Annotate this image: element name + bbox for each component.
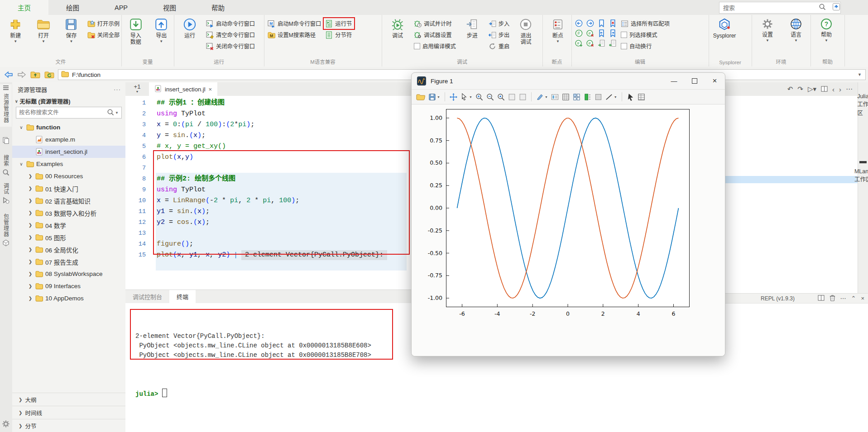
- tree-item-00 Resources[interactable]: ❯00 Resources: [12, 170, 125, 182]
- search-icon[interactable]: [107, 109, 114, 117]
- ribbon-button-设置[interactable]: 设置▼: [755, 17, 780, 43]
- ribbon-item-关闭命令行窗口[interactable]: 关闭命令行窗口: [206, 42, 255, 50]
- property-editor-icon[interactable]: [638, 93, 645, 101]
- hash-x2-c-icon[interactable]: #: [586, 39, 594, 47]
- legend-icon[interactable]: [551, 93, 559, 101]
- search-options-icon[interactable]: ▼: [115, 111, 119, 115]
- tree-item-09 Interfaces[interactable]: ❯09 Interfaces: [12, 280, 125, 292]
- ribbon-item-分节符[interactable]: 分节符: [325, 31, 352, 39]
- zoom-out-icon[interactable]: [486, 93, 494, 101]
- grid-icon[interactable]: [562, 93, 570, 101]
- explorer-section-分节[interactable]: ❯分节: [12, 419, 125, 432]
- tree-item-01 快速入门[interactable]: ❯01 快速入门: [12, 182, 125, 195]
- editor-action-split-icon[interactable]: [821, 85, 828, 93]
- ribbon-item-步出[interactable]: 步出: [489, 31, 510, 39]
- explorer-section-header[interactable]: ∨ 无标题 (资源管理器): [15, 97, 70, 105]
- package-icon[interactable]: [2, 239, 10, 247]
- editor-action-undo-icon[interactable]: ↶: [787, 85, 793, 93]
- arrow-left-c-icon[interactable]: [575, 19, 583, 27]
- explorer-search-input[interactable]: [16, 109, 107, 116]
- editor-tab-insert-section[interactable]: insert_section.jl ×: [149, 82, 217, 96]
- back-arrow-icon[interactable]: [4, 71, 13, 78]
- ribbon-tab-APP[interactable]: APP: [97, 0, 145, 15]
- save-icon[interactable]: ▼: [428, 93, 440, 101]
- ribbon-tab-视图[interactable]: 视图: [145, 0, 194, 15]
- tree-item-function[interactable]: ∨function: [12, 121, 125, 133]
- folder-up-icon[interactable]: [30, 71, 40, 79]
- editor-action-redo-icon[interactable]: ↷: [797, 85, 803, 93]
- tree-item-04 数学[interactable]: ❯04 数学: [12, 219, 125, 231]
- ribbon-button-导入数据[interactable]: 导入数据: [125, 17, 147, 45]
- doc-in-icon[interactable]: [598, 39, 605, 47]
- tab-terminal[interactable]: 终端: [169, 290, 196, 303]
- forward-arrow-icon[interactable]: [17, 71, 26, 78]
- ribbon-search-input[interactable]: [719, 5, 819, 11]
- new-tab-button[interactable]: +1▼: [125, 82, 149, 96]
- tree-item-insert_section.jl[interactable]: insert_section.jl: [12, 146, 125, 158]
- zoom-reset-icon[interactable]: [497, 93, 505, 101]
- gear-icon[interactable]: [1, 419, 10, 428]
- ribbon-item-调试器设置[interactable]: 调试器设置: [414, 31, 456, 39]
- terminal-output[interactable]: 2-element Vector{PyCall.PyObject}: PyObj…: [130, 309, 393, 360]
- ribbon-tab-主页[interactable]: 主页: [0, 0, 48, 15]
- search-icon[interactable]: [2, 169, 10, 176]
- hash-x-c-icon[interactable]: #: [586, 29, 594, 37]
- ribbon-button-调试[interactable]: 调试: [385, 17, 410, 39]
- tree-item-02 语言基础知识[interactable]: ❯02 语言基础知识: [12, 195, 125, 207]
- colorbar-icon[interactable]: [584, 93, 591, 101]
- ribbon-item-调试并计时[interactable]: 调试并计时: [414, 19, 456, 28]
- ribbon-item-关闭全部[interactable]: 关闭全部: [87, 31, 120, 39]
- figure-title-bar[interactable]: Figure 1 —×: [412, 73, 725, 89]
- ribbon-tab-帮助[interactable]: 帮助: [194, 0, 242, 15]
- close-tab-icon[interactable]: ×: [209, 86, 212, 93]
- checkbox-icon[interactable]: [621, 32, 627, 38]
- figure-window[interactable]: Figure 1 —× ▼▼▼▼ 1.000.750.500.250.00-0.…: [411, 72, 725, 356]
- repl-action-split-icon[interactable]: [818, 295, 825, 302]
- checkbox-icon[interactable]: [621, 43, 627, 49]
- activity-bar-item-package-manager[interactable]: 包管理器: [0, 214, 12, 247]
- collapse-ribbon-icon[interactable]: [832, 3, 840, 13]
- zoom-in-icon[interactable]: [475, 93, 483, 101]
- minimize-button[interactable]: —: [664, 73, 684, 89]
- repl-action-close-icon[interactable]: ×: [861, 295, 864, 302]
- close-button[interactable]: ×: [705, 73, 725, 89]
- menu-icon[interactable]: [2, 84, 10, 91]
- ribbon-item-选择所有匹配项[interactable]: 选择所有匹配项: [621, 19, 670, 28]
- tree-item-07 报告生成[interactable]: ❯07 报告生成: [12, 256, 125, 268]
- bookmark-prev-icon[interactable]: [598, 29, 605, 37]
- ribbon-button-断点[interactable]: 断点▼: [546, 17, 570, 43]
- undo-icon[interactable]: [508, 93, 516, 101]
- ribbon-item-启用编译模式[interactable]: 启用编译模式: [414, 42, 456, 50]
- ribbon-button-帮助[interactable]: ?帮助▼: [814, 17, 839, 43]
- tab-debug-console[interactable]: 调试控制台: [125, 290, 169, 303]
- ribbon-tab-绘图[interactable]: 绘图: [48, 0, 97, 15]
- tree-item-06 全局优化[interactable]: ❯06 全局优化: [12, 243, 125, 256]
- ribbon-button-打开[interactable]: 打开▼: [32, 17, 56, 43]
- pan-icon[interactable]: [450, 93, 457, 101]
- datatip-icon[interactable]: ▼: [460, 93, 472, 101]
- ribbon-item-启动命令行窗口[interactable]: 启动命令行窗口: [206, 19, 255, 28]
- ribbon-item-运行节[interactable]: 运行节: [325, 19, 352, 28]
- pointer-icon[interactable]: [627, 93, 634, 101]
- editor-action-next-icon[interactable]: ›: [839, 85, 841, 93]
- ribbon-item-清空命令行窗口[interactable]: 清空命令行窗口: [206, 31, 255, 39]
- editor-action-prev-icon[interactable]: ‹: [832, 85, 834, 93]
- redo-icon[interactable]: [519, 93, 527, 101]
- repl-action-trash-icon[interactable]: [830, 294, 835, 303]
- editor-action-more-icon[interactable]: ⋯: [846, 85, 853, 93]
- explorer-section-大纲[interactable]: ❯大纲: [12, 393, 125, 406]
- editor-action-run-icon[interactable]: ▷▾: [808, 85, 816, 93]
- ribbon-button-新建[interactable]: 新建▼: [4, 17, 28, 43]
- facecolor-icon[interactable]: [595, 93, 602, 101]
- activity-bar-item-explorer[interactable]: 资源管理器: [0, 84, 12, 127]
- ribbon-item-设置M搜索路径[interactable]: M设置M搜索路径: [268, 31, 321, 39]
- ribbon-button-Sysplorer[interactable]: Sysplorer: [712, 17, 737, 39]
- ribbon-button-运行[interactable]: 运行: [177, 17, 202, 39]
- hash-plus-c-icon[interactable]: #: [575, 39, 583, 47]
- ribbon-button-导出[interactable]: 导出▼: [151, 17, 173, 43]
- ribbon-button-退出调试[interactable]: 退出调试: [513, 17, 538, 45]
- bookmark-next-icon[interactable]: [609, 29, 617, 37]
- checkbox-icon[interactable]: [414, 43, 420, 49]
- scroll-indicator[interactable]: [859, 161, 867, 163]
- tab-julia-workspace[interactable]: Julia 工作区: [858, 93, 868, 117]
